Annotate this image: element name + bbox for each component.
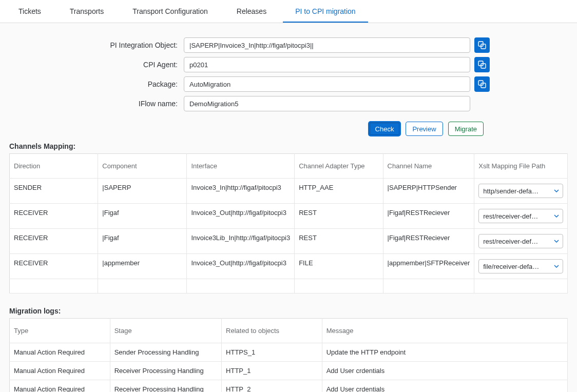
channels-header-channel-name: Channel Name bbox=[383, 154, 474, 179]
channels-header-adapter-type: Channel Adapter Type bbox=[295, 154, 383, 179]
tab-tickets[interactable]: Tickets bbox=[6, 0, 53, 23]
channels-cell-channel-name: |Figaf|RESTReciever bbox=[383, 229, 474, 254]
main-tabs: Tickets Transports Transport Configurati… bbox=[0, 0, 577, 23]
tab-pi-to-cpi-migration[interactable]: PI to CPI migration bbox=[283, 0, 368, 23]
xslt-dropdown-value: http/sender-defa… bbox=[483, 187, 538, 195]
migration-form: PI Integration Object: CPI Agent: Packag… bbox=[0, 23, 577, 120]
channels-cell-component: |Figaf bbox=[98, 204, 187, 229]
channels-cell-component: |Figaf bbox=[98, 229, 187, 254]
channels-cell-xslt: rest/receiver-def… bbox=[474, 229, 568, 254]
channels-cell-interface: Invoice3_In|http://figaf/pitocpi3 bbox=[187, 179, 295, 204]
xslt-dropdown[interactable]: rest/receiver-def… bbox=[478, 234, 563, 248]
chevron-down-icon bbox=[553, 188, 560, 194]
action-buttons: Check Preview Migrate bbox=[0, 120, 493, 138]
channels-header-interface: Interface bbox=[187, 154, 295, 179]
chevron-down-icon bbox=[553, 238, 560, 244]
channels-cell-interface: Invoice3Lib_In|http://figaf/pitocpi3 bbox=[187, 229, 295, 254]
channels-cell-adapter-type: HTTP_AAE bbox=[295, 179, 383, 204]
channels-row: RECEIVER|appmemberInvoice3_Out|http://fi… bbox=[10, 254, 568, 279]
logs-row: Manual Action RequiredReceiver Processin… bbox=[10, 380, 568, 393]
logs-header-message: Message bbox=[322, 319, 567, 343]
channels-cell-component: |appmember bbox=[98, 254, 187, 279]
logs-row: Manual Action RequiredSender Processing … bbox=[10, 343, 568, 362]
channels-cell-xslt: http/sender-defa… bbox=[474, 179, 568, 204]
pi-object-value-help-button[interactable] bbox=[474, 37, 490, 53]
logs-cell-type: Manual Action Required bbox=[10, 343, 110, 362]
channels-header-component: Component bbox=[98, 154, 187, 179]
channels-title: Channels Mapping: bbox=[0, 138, 577, 153]
channels-header-xslt: Xslt Mapping File Path bbox=[474, 154, 568, 179]
preview-button[interactable]: Preview bbox=[406, 122, 443, 136]
logs-title: Migration logs: bbox=[0, 303, 577, 318]
channels-cell-xslt: file/receiver-defa… bbox=[474, 254, 568, 279]
chevron-down-icon bbox=[553, 263, 560, 269]
channels-empty-row bbox=[10, 279, 568, 293]
tab-transport-configuration[interactable]: Transport Configuration bbox=[120, 0, 220, 23]
channels-cell-interface: Invoice3_Out|http://figaf/pitocpi3 bbox=[187, 254, 295, 279]
migrate-button[interactable]: Migrate bbox=[448, 122, 484, 136]
channels-cell-direction: SENDER bbox=[10, 179, 98, 204]
pi-object-input[interactable] bbox=[184, 37, 470, 53]
logs-row: Manual Action RequiredReceiver Processin… bbox=[10, 362, 568, 380]
logs-cell-message: Add User crdentials bbox=[322, 380, 567, 393]
chevron-down-icon bbox=[553, 213, 560, 219]
xslt-dropdown[interactable]: file/receiver-defa… bbox=[478, 259, 563, 273]
value-help-icon bbox=[478, 61, 486, 69]
channels-cell-channel-name: |appmember|SFTPReceiver bbox=[383, 254, 474, 279]
channels-cell-direction: RECEIVER bbox=[10, 229, 98, 254]
channels-table: Direction Component Interface Channel Ad… bbox=[9, 153, 568, 293]
logs-cell-message: Update the HTTP endpoint bbox=[322, 343, 567, 362]
channels-cell-direction: RECEIVER bbox=[10, 254, 98, 279]
channels-cell-channel-name: |SAPERP|HTTPSender bbox=[383, 179, 474, 204]
check-button[interactable]: Check bbox=[369, 122, 401, 136]
xslt-dropdown[interactable]: rest/receiver-def… bbox=[478, 209, 563, 223]
logs-header-related: Related to objects bbox=[222, 319, 322, 343]
iflow-input[interactable] bbox=[184, 96, 470, 111]
cpi-agent-value-help-button[interactable] bbox=[474, 57, 490, 72]
logs-cell-message: Add User crdentials bbox=[322, 362, 567, 380]
pi-object-label: PI Integration Object: bbox=[9, 41, 184, 49]
channels-header-direction: Direction bbox=[10, 154, 98, 179]
logs-header-type: Type bbox=[10, 319, 110, 343]
logs-cell-stage: Sender Processing Handling bbox=[110, 343, 221, 362]
iflow-label: IFlow name: bbox=[9, 100, 184, 108]
logs-table: Type Stage Related to objects Message Ma… bbox=[9, 318, 568, 392]
channels-row: RECEIVER|FigafInvoice3Lib_In|http://figa… bbox=[10, 229, 568, 254]
channels-cell-adapter-type: REST bbox=[295, 204, 383, 229]
package-value-help-button[interactable] bbox=[474, 76, 490, 92]
xslt-dropdown-value: rest/receiver-def… bbox=[483, 212, 538, 220]
xslt-dropdown[interactable]: http/sender-defa… bbox=[478, 184, 563, 198]
xslt-dropdown-value: file/receiver-defa… bbox=[483, 263, 539, 270]
channels-row: RECEIVER|FigafInvoice3_Out|http://figaf/… bbox=[10, 204, 568, 229]
value-help-icon bbox=[478, 41, 486, 49]
channels-cell-component: |SAPERP bbox=[98, 179, 187, 204]
cpi-agent-label: CPI Agent: bbox=[9, 61, 184, 69]
logs-cell-stage: Receiver Processing Handling bbox=[110, 362, 221, 380]
logs-cell-related: HTTPS_1 bbox=[222, 343, 322, 362]
logs-cell-related: HTTP_1 bbox=[222, 362, 322, 380]
xslt-dropdown-value: rest/receiver-def… bbox=[483, 238, 538, 245]
channels-cell-adapter-type: REST bbox=[295, 229, 383, 254]
tab-releases[interactable]: Releases bbox=[224, 0, 279, 23]
channels-cell-direction: RECEIVER bbox=[10, 204, 98, 229]
logs-cell-stage: Receiver Processing Handling bbox=[110, 380, 221, 393]
logs-header-stage: Stage bbox=[110, 319, 221, 343]
logs-cell-type: Manual Action Required bbox=[10, 362, 110, 380]
channels-cell-interface: Invoice3_Out|http://figaf/pitocpi3 bbox=[187, 204, 295, 229]
channels-row: SENDER|SAPERPInvoice3_In|http://figaf/pi… bbox=[10, 179, 568, 204]
channels-cell-channel-name: |Figaf|RESTReciever bbox=[383, 204, 474, 229]
channels-cell-xslt: rest/receiver-def… bbox=[474, 204, 568, 229]
package-label: Package: bbox=[9, 80, 184, 88]
logs-cell-related: HTTP_2 bbox=[222, 380, 322, 393]
logs-cell-type: Manual Action Required bbox=[10, 380, 110, 393]
value-help-icon bbox=[478, 80, 486, 88]
channels-cell-adapter-type: FILE bbox=[295, 254, 383, 279]
cpi-agent-input[interactable] bbox=[184, 57, 470, 72]
package-input[interactable] bbox=[184, 76, 470, 92]
tab-transports[interactable]: Transports bbox=[57, 0, 116, 23]
